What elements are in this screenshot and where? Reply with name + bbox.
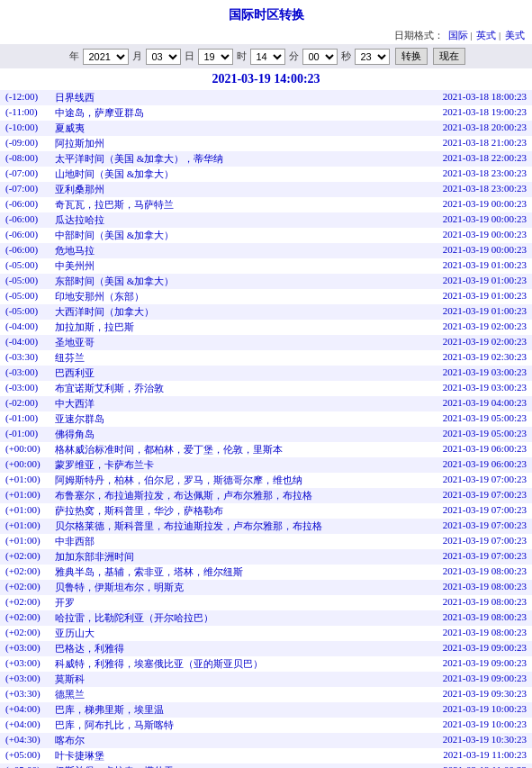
table-row: (-03:30)纽芬兰2021-03-19 02:30:23 — [0, 350, 532, 366]
format-british[interactable]: 英式 — [476, 30, 496, 41]
tz-name: 大西洋时间（加拿大） — [50, 304, 388, 320]
table-row: (-06:00)瓜达拉哈拉2021-03-19 00:00:23 — [0, 212, 532, 228]
tz-time: 2021-03-19 07:00:23 — [388, 549, 532, 565]
tz-name: 叶卡捷琳堡 — [50, 748, 388, 763]
tz-time: 2021-03-19 00:00:23 — [388, 228, 532, 243]
table-row: (-06:00)中部时间（美国 &加拿大）2021-03-19 00:00:23 — [0, 228, 532, 243]
tz-time: 2021-03-19 08:00:23 — [388, 580, 532, 595]
table-row: (+01:00)萨拉热窝，斯科普里，华沙，萨格勒布2021-03-19 07:0… — [0, 503, 532, 519]
tz-time: 2021-03-19 07:00:23 — [388, 503, 532, 519]
tz-time: 2021-03-19 10:30:23 — [388, 733, 532, 748]
tz-time: 2021-03-19 06:00:23 — [388, 457, 532, 473]
tz-offset: (-03:00) — [0, 381, 50, 396]
tz-name: 格林威治标准时间，都柏林，爱丁堡，伦敦，里斯本 — [50, 442, 388, 457]
tz-time: 2021-03-19 09:30:23 — [388, 687, 532, 702]
table-row: (+02:00)开罗2021-03-19 08:00:23 — [0, 595, 532, 610]
tz-offset: (+05:00) — [0, 748, 50, 763]
month-select[interactable]: 03 — [146, 49, 181, 65]
table-row: (-09:00)阿拉斯加州2021-03-18 21:00:23 — [0, 136, 532, 151]
tz-time: 2021-03-19 07:00:23 — [388, 534, 532, 549]
tz-offset: (-01:00) — [0, 411, 50, 427]
tz-offset: (+03:00) — [0, 656, 50, 672]
table-row: (-04:00)加拉加斯，拉巴斯2021-03-19 02:00:23 — [0, 320, 532, 335]
tz-offset: (-05:00) — [0, 274, 50, 289]
tz-offset: (+03:00) — [0, 641, 50, 656]
tz-name: 加加东部非洲时间 — [50, 549, 388, 565]
tz-offset: (+02:00) — [0, 580, 50, 595]
tz-name: 贝鲁特，伊斯坦布尔，明斯克 — [50, 580, 388, 595]
hour-select[interactable]: 14 — [250, 49, 285, 65]
tz-name: 巴库，梯弗里斯，埃里温 — [50, 702, 388, 718]
table-row: (+02:00)贝鲁特，伊斯坦布尔，明斯克2021-03-19 08:00:23 — [0, 580, 532, 595]
format-international[interactable]: 国际 — [448, 30, 468, 41]
tz-name: 中美州州 — [50, 258, 388, 274]
minute-label: 分 — [289, 50, 299, 63]
date-format-label: 日期格式： — [394, 30, 444, 41]
tz-time: 2021-03-19 01:00:23 — [388, 274, 532, 289]
table-row: (-06:00)危地马拉2021-03-19 00:00:23 — [0, 243, 532, 258]
tz-offset: (+02:00) — [0, 549, 50, 565]
tz-name: 莫斯科 — [50, 672, 388, 687]
hour-label: 时 — [237, 50, 247, 63]
tz-offset: (-07:00) — [0, 167, 50, 182]
tz-time: 2021-03-19 08:00:23 — [388, 595, 532, 610]
tz-time: 2021-03-19 05:00:23 — [388, 411, 532, 427]
tz-time: 2021-03-19 03:00:23 — [388, 381, 532, 396]
table-row: (+02:00)亚历山大2021-03-19 08:00:23 — [0, 626, 532, 641]
tz-offset: (-06:00) — [0, 243, 50, 258]
tz-time: 2021-03-19 10:00:23 — [388, 702, 532, 718]
tz-offset: (+03:00) — [0, 672, 50, 687]
tz-time: 2021-03-18 18:00:23 — [388, 90, 532, 105]
minute-select[interactable]: 00 — [302, 49, 338, 65]
tz-name: 贝尔格莱德，斯科普里，布拉迪斯拉发，卢布尔雅那，布拉格 — [50, 519, 388, 534]
now-button[interactable]: 现在 — [433, 48, 465, 65]
tz-time: 2021-03-19 00:00:23 — [388, 197, 532, 212]
tz-name: 瓜达拉哈拉 — [50, 212, 388, 228]
tz-name: 萨拉热窝，斯科普里，华沙，萨格勒布 — [50, 503, 388, 519]
tz-name: 佛得角岛 — [50, 427, 388, 442]
table-row: (+03:00)巴格达，利雅得2021-03-19 09:00:23 — [0, 641, 532, 656]
year-select[interactable]: 2021 — [83, 49, 129, 65]
table-row: (-05:00)印地安那州（东部）2021-03-19 01:00:23 — [0, 289, 532, 304]
tz-offset: (+05:00) — [0, 763, 50, 768]
second-label: 秒 — [341, 50, 351, 63]
tz-offset: (+01:00) — [0, 503, 50, 519]
tz-offset: (-05:00) — [0, 289, 50, 304]
second-select[interactable]: 23 — [355, 49, 390, 65]
tz-name: 圣地亚哥 — [50, 335, 388, 350]
tz-name: 布鲁塞尔，布拉迪斯拉发，布达佩斯，卢布尔雅那，布拉格 — [50, 488, 388, 503]
table-row: (-02:00)中大西洋2021-03-19 04:00:23 — [0, 396, 532, 411]
tz-offset: (-08:00) — [0, 151, 50, 167]
table-row: (-05:00)大西洋时间（加拿大）2021-03-19 01:00:23 — [0, 304, 532, 320]
timezone-table: (-12:00)日界线西2021-03-18 18:00:23(-11:00)中… — [0, 90, 532, 768]
table-row: (-05:00)东部时间（美国 &加拿大）2021-03-19 01:00:23 — [0, 274, 532, 289]
format-american[interactable]: 美式 — [505, 30, 525, 41]
tz-offset: (-09:00) — [0, 136, 50, 151]
tz-time: 2021-03-19 01:00:23 — [388, 304, 532, 320]
month-label: 月 — [132, 50, 142, 63]
page-title: 国际时区转换 — [0, 0, 532, 27]
table-row: (-11:00)中途岛，萨摩亚群岛2021-03-18 19:00:23 — [0, 105, 532, 121]
tz-offset: (-10:00) — [0, 121, 50, 136]
tz-name: 夏威夷 — [50, 121, 388, 136]
tz-name: 纽芬兰 — [50, 350, 388, 366]
tz-name: 中非西部 — [50, 534, 388, 549]
tz-offset: (+04:00) — [0, 718, 50, 733]
tz-name: 亚历山大 — [50, 626, 388, 641]
tz-name: 哈拉雷，比勒陀利亚（开尔哈拉巴） — [50, 610, 388, 626]
tz-name: 山地时间（美国 &加拿大） — [50, 167, 388, 182]
tz-offset: (-06:00) — [0, 212, 50, 228]
tz-name: 奇瓦瓦，拉巴斯，马萨特兰 — [50, 197, 388, 212]
table-row: (+01:00)中非西部2021-03-19 07:00:23 — [0, 534, 532, 549]
table-row: (+03:30)德黑兰2021-03-19 09:30:23 — [0, 687, 532, 702]
tz-time: 2021-03-19 09:00:23 — [388, 656, 532, 672]
tz-time: 2021-03-19 11:00:23 — [388, 763, 532, 768]
convert-button[interactable]: 转换 — [395, 48, 428, 65]
day-select[interactable]: 19 — [198, 49, 233, 65]
date-format-bar: 日期格式： 国际 | 英式 | 美式 — [0, 27, 532, 44]
tz-name: 印地安那州（东部） — [50, 289, 388, 304]
table-row: (-01:00)亚速尔群岛2021-03-19 05:00:23 — [0, 411, 532, 427]
table-row: (-08:00)太平洋时间（美国 &加拿大），蒂华纳2021-03-18 22:… — [0, 151, 532, 167]
year-label: 年 — [69, 50, 79, 63]
tz-name: 亚利桑那州 — [50, 182, 388, 197]
